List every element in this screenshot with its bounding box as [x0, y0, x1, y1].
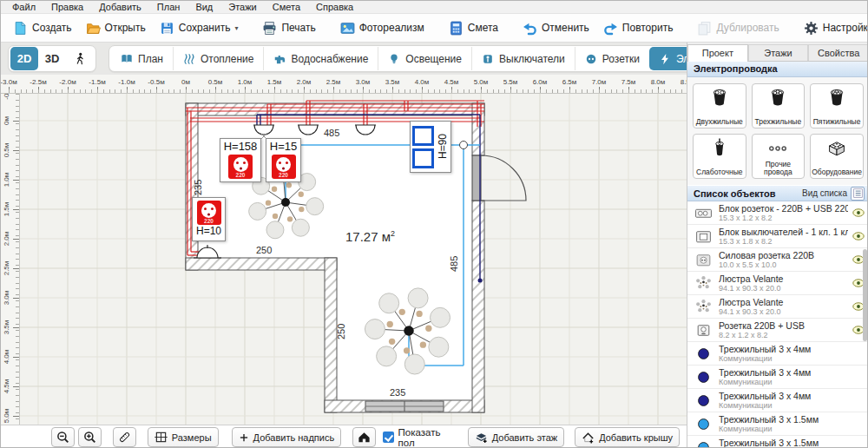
add-floor-icon [475, 431, 488, 444]
add-floor-button[interactable]: Добавить этаж [468, 427, 564, 447]
toolbar-button[interactable]: Дублировать [690, 17, 786, 39]
tool-card[interactable]: Оборудование [810, 134, 864, 179]
open-icon [87, 23, 100, 33]
eye-visibility-icon[interactable] [852, 232, 865, 240]
ruler-label: 7.0м [584, 78, 614, 86]
menu-item[interactable]: Смета [265, 1, 308, 14]
mode-tab-strip: 2D 3D План Отопление Водоснабжение Освещ… [1, 43, 687, 75]
list-view-button[interactable] [851, 187, 865, 201]
menu-item[interactable]: Файл [4, 1, 43, 14]
menu-item[interactable]: Правка [43, 1, 91, 14]
list-item[interactable]: Блок выключателей - 1 кл. 1 кл.15.3 x 1.… [687, 225, 868, 248]
wire-icon [697, 418, 710, 431]
sidebar-tab[interactable]: Свойства [808, 44, 868, 61]
object-list-header: Список объектов Вид списка [687, 185, 868, 201]
dimension-label: 485 [449, 256, 459, 272]
dimension-label: 250 [256, 245, 272, 255]
dimensions-button[interactable]: Размеры [148, 427, 219, 447]
mode-tab[interactable]: Розетки [575, 47, 649, 70]
tool-card[interactable]: Слаботочные [693, 134, 746, 179]
menu-item[interactable]: План [149, 1, 188, 14]
equipment-icon [830, 142, 845, 155]
menu-item[interactable]: Этажи [220, 1, 264, 14]
add-label-button[interactable]: Добавить надпись [232, 427, 342, 447]
toolbar-button[interactable]: Фотореализм [333, 17, 431, 39]
wire-icon [697, 441, 710, 448]
add-roof-button[interactable]: Добавить крышу [575, 427, 680, 447]
toolbar-button[interactable]: Смета [442, 17, 505, 39]
ruler-label: 2.0м [3, 226, 11, 252]
socket-height-label[interactable]: H=158 220 [220, 138, 261, 182]
switch-height-label[interactable]: H=90 [410, 121, 451, 173]
toolbar-button[interactable]: Настройки [797, 17, 868, 39]
eye-visibility-icon[interactable] [852, 208, 865, 217]
socket-220-icon: 220 [228, 155, 253, 179]
ruler-icon [118, 431, 131, 444]
toolbar-button[interactable]: Открыть [79, 17, 153, 39]
list-item[interactable]: Трехжильный 3 х 4ммКоммуникации [687, 389, 868, 412]
zoom-out-icon [56, 431, 69, 444]
ruler-label: 3.5м [3, 314, 11, 340]
main-toolbar: Создать Открыть Сохранить▾ Печать Фоторе… [1, 14, 868, 43]
mode-tab[interactable]: Водоснабжение [263, 47, 378, 70]
undo-icon [523, 23, 536, 33]
list-item[interactable]: Розетка 220В + USB8.2 x 1.2 x 8.2 [687, 319, 868, 342]
tool-card[interactable]: Трехжильные [752, 83, 806, 128]
toolbar-button[interactable]: Сохранить▾ [153, 17, 246, 39]
wire-junction[interactable] [460, 142, 468, 149]
ruler-label: 0.5м [3, 137, 11, 163]
list-scrollbar[interactable] [863, 249, 867, 341]
list-item[interactable]: Трехжильный 3 х 1.5ммКоммуникации [687, 436, 868, 448]
ruler-label: 3.0м [348, 78, 378, 86]
ruler-label: -0.5м [141, 78, 171, 86]
tab-3d[interactable]: 3D [38, 47, 66, 70]
home-button[interactable] [352, 427, 376, 447]
toolbar-button[interactable]: Печать [255, 17, 322, 39]
ruler-label: 5.0м [3, 403, 11, 425]
tab-2d[interactable]: 2D [10, 47, 38, 70]
menu-item[interactable]: Справка [308, 1, 361, 14]
wire-endpoint[interactable] [478, 279, 483, 283]
tool-card[interactable]: Двухжильные [693, 83, 746, 128]
cable-thin-icon [716, 139, 723, 156]
mode-tab[interactable]: Освещение [378, 47, 471, 70]
sidebar-tab[interactable]: Проект [687, 44, 748, 62]
tool-card[interactable]: Прочие провода [752, 134, 806, 179]
list-item[interactable]: Трехжильный 3 х 1.5ммКоммуникации [687, 412, 868, 436]
socket-height-label[interactable]: 220 H=10 [192, 197, 226, 241]
tool-card[interactable]: Пятижильные [810, 83, 864, 128]
mode-tab[interactable]: Выключатели [471, 47, 575, 70]
list-item[interactable]: Блок розеток - 220В + USB 220В15.3 x 1.2… [687, 201, 868, 225]
window[interactable] [365, 401, 444, 412]
list-icon [853, 188, 863, 198]
toolbar-button[interactable]: Отменить [516, 17, 596, 39]
menu-item[interactable]: Вид [187, 1, 220, 14]
list-item[interactable]: Трехжильный 3 х 4ммКоммуникации [687, 366, 868, 389]
floor-plan-drawing[interactable]: 485 485 235 250 250 235 [1, 75, 687, 448]
floor-plan-canvas[interactable]: 485 485 235 250 250 235 H=158 220 H=15 2… [1, 75, 687, 448]
switch-block-symbol [412, 126, 434, 168]
zoom-in-button[interactable] [78, 427, 102, 447]
redo-icon [605, 23, 617, 33]
list-item[interactable]: Люстра Velante94.1 x 90.3 x 20.0 [687, 272, 868, 295]
measure-tool-button[interactable] [113, 427, 136, 447]
list-item[interactable]: Люстра Velante94.1 x 90.3 x 20.0 [687, 295, 868, 319]
zoom-out-button[interactable] [51, 427, 75, 447]
cable5-icon [831, 90, 842, 106]
mode-tab[interactable]: План [111, 47, 173, 70]
sidebar-tabs: ПроектЭтажиСвойства [687, 43, 868, 62]
sidebar-tab[interactable]: Этажи [748, 44, 809, 61]
switch-icon [483, 55, 492, 63]
socket-height-label[interactable]: H=15 220 [266, 138, 301, 182]
menu-item[interactable]: Добавить [91, 1, 149, 14]
toolbar-button[interactable]: Повторить [596, 17, 681, 39]
walk-mode-button[interactable] [66, 47, 94, 70]
mode-tab[interactable]: Отопление [173, 47, 264, 70]
show-floor-checkbox[interactable] [383, 432, 393, 443]
list-item[interactable]: Силовая розетка 220В10.0 x 5.5 x 10.0 [687, 248, 868, 272]
ruler-label: 4.0м [3, 344, 11, 370]
toolbar-button[interactable]: Создать [6, 17, 79, 39]
list-item[interactable]: Трехжильный 3 х 4ммКоммуникации [687, 342, 868, 366]
wire-icon [697, 394, 710, 407]
dimension-label: 485 [324, 128, 339, 138]
